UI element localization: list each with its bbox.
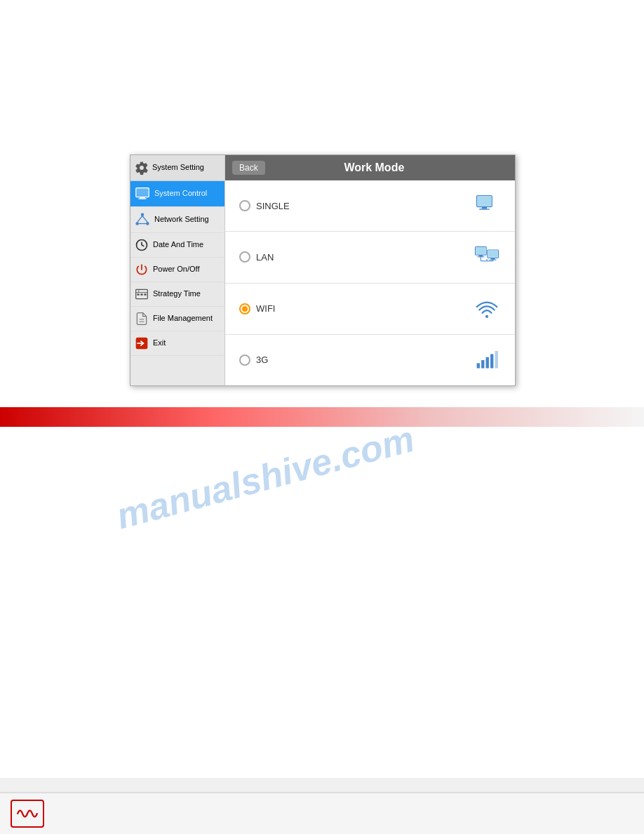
svg-rect-32 [488,251,497,258]
exit-icon [135,336,149,350]
sidebar-item-exit[interactable]: Exit [130,331,224,356]
monitor-icon [135,186,150,201]
svg-rect-25 [482,207,487,209]
option-wifi[interactable]: WIFI [225,284,515,335]
file-icon [135,312,149,326]
svg-rect-44 [495,351,498,368]
main-header: Back Work Mode [225,155,515,180]
svg-rect-29 [478,255,483,256]
svg-rect-3 [137,189,149,197]
single-computer-icon [473,194,501,218]
svg-rect-17 [140,293,142,296]
sidebar-label-exit: Exit [153,338,166,348]
svg-point-6 [146,222,149,225]
sidebar-label-file-management: File Management [153,314,213,323]
svg-rect-28 [476,248,485,255]
radio-3g[interactable] [239,355,250,366]
lan-icon [473,245,501,270]
option-label-single: SINGLE [256,201,473,211]
sidebar-item-date-and-time[interactable]: Date And Time [130,233,224,258]
sidebar-header-label: System Setting [152,163,204,172]
svg-rect-24 [477,196,491,206]
gear-icon [135,161,149,175]
sidebar: System Setting System Control Network [130,155,225,385]
svg-rect-2 [139,198,147,199]
sidebar-item-power-on-off[interactable]: Power On/Off [130,258,224,282]
svg-rect-26 [479,208,489,209]
svg-line-7 [137,216,142,223]
wifi-signal-icon [473,296,501,321]
main-title: Work Mode [276,161,473,174]
sidebar-label-date-and-time: Date And Time [153,240,203,249]
red-gradient-bar [0,407,644,427]
radio-single[interactable] [239,200,250,211]
back-button[interactable]: Back [232,161,265,175]
svg-point-5 [135,222,139,225]
sidebar-item-system-control[interactable]: System Control [130,181,224,207]
sidebar-header: System Setting [130,155,224,181]
clock-icon [135,238,149,252]
lower-area [0,427,644,778]
network-icon [135,212,150,227]
footer-bar [0,792,644,834]
svg-rect-16 [137,293,139,296]
sidebar-item-strategy-time[interactable]: Strategy Time [130,282,224,307]
option-lan[interactable]: LAN [225,232,515,283]
options-list: SINGLE LAN [225,180,515,385]
svg-rect-42 [486,357,489,369]
svg-point-39 [485,315,488,317]
sidebar-label-system-control: System Control [154,189,207,198]
sidebar-item-file-management[interactable]: File Management [130,307,224,331]
option-single[interactable]: SINGLE [225,180,515,232]
radio-lan[interactable] [239,251,250,263]
main-content: Back Work Mode SINGLE [225,155,515,385]
radio-wifi[interactable] [239,303,250,315]
svg-rect-43 [490,354,493,368]
strategy-icon [135,287,149,301]
option-label-lan: LAN [256,252,473,263]
dialog-container: System Setting System Control Network [130,154,516,386]
option-label-3g: 3G [256,355,473,365]
option-3g[interactable]: 3G [225,335,515,385]
sidebar-item-network-setting[interactable]: Network Setting [130,207,224,233]
svg-rect-41 [481,360,484,369]
sidebar-label-network-setting: Network Setting [154,215,209,224]
svg-line-8 [142,216,147,223]
footer-logo [11,800,44,828]
svg-point-4 [141,213,145,216]
svg-rect-40 [477,363,480,368]
cellular-signal-icon [473,348,501,372]
power-icon [135,263,149,277]
sidebar-label-strategy-time: Strategy Time [153,289,201,298]
sidebar-label-power-on-off: Power On/Off [153,265,199,274]
wave-logo-icon [15,805,40,823]
svg-line-12 [142,245,144,246]
svg-rect-18 [144,293,146,296]
option-label-wifi: WIFI [256,303,473,314]
svg-rect-1 [140,197,145,199]
